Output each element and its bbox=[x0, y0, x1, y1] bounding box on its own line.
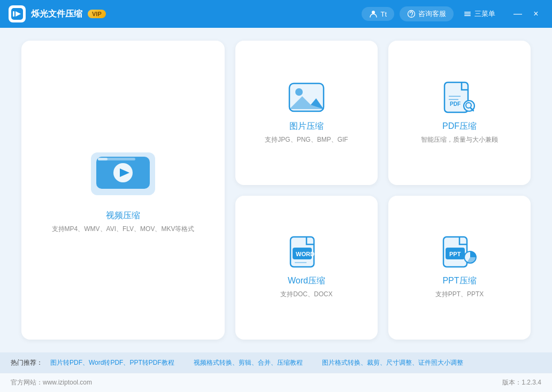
svg-rect-14 bbox=[98, 158, 108, 160]
word-icon: WORD bbox=[287, 236, 326, 268]
pdf-card-subtitle: 智能压缩，质量与大小兼顾 bbox=[421, 135, 498, 144]
main-content: 视频压缩 支持MP4、WMV、AVI、FLV、MOV、MKV等格式 图片压缩 支… bbox=[0, 28, 552, 352]
word-card-subtitle: 支持DOC、DOCX bbox=[280, 290, 332, 299]
menu-button[interactable]: 三菜单 bbox=[459, 6, 500, 21]
svg-text:WORD: WORD bbox=[296, 251, 315, 257]
app-name: 烁光文件压缩 bbox=[31, 9, 82, 20]
user-button[interactable]: Tt bbox=[362, 7, 394, 21]
svg-rect-2 bbox=[13, 11, 14, 17]
footer-version: 版本：1.2.3.4 bbox=[502, 378, 541, 387]
close-button[interactable]: × bbox=[528, 6, 543, 21]
titlebar-actions: Tt 咨询客服 三菜单 — × bbox=[362, 6, 543, 21]
footer: 官方网站：www.iziptool.com 版本：1.2.3.4 bbox=[0, 373, 552, 392]
cards-right: 图片压缩 支持JPG、PNG、BMP、GIF PDF bbox=[235, 41, 531, 340]
svg-point-3 bbox=[372, 11, 375, 14]
bottom-link-0[interactable]: 图片转PDF、Word转PDF、PPT转PDF教程 bbox=[50, 358, 174, 367]
cards-area: 视频压缩 支持MP4、WMV、AVI、FLV、MOV、MKV等格式 图片压缩 支… bbox=[21, 41, 531, 340]
svg-point-16 bbox=[295, 88, 303, 96]
svg-text:PPT: PPT bbox=[449, 251, 461, 257]
ppt-card-title: PPT压缩 bbox=[442, 275, 476, 287]
titlebar: 烁光文件压缩 VIP Tt 咨询客服 三菜单 bbox=[0, 0, 552, 28]
image-card-subtitle: 支持JPG、PNG、BMP、GIF bbox=[265, 135, 348, 144]
user-label: Tt bbox=[380, 10, 387, 18]
minimize-button[interactable]: — bbox=[510, 6, 525, 21]
image-icon bbox=[287, 81, 326, 113]
bottom-link-1[interactable]: 视频格式转换、剪辑、合并、压缩教程 bbox=[194, 358, 303, 367]
card-image[interactable]: 图片压缩 支持JPG、PNG、BMP、GIF bbox=[235, 41, 378, 185]
vip-badge: VIP bbox=[88, 10, 106, 18]
support-label: 咨询客服 bbox=[418, 9, 446, 19]
pdf-icon: PDF bbox=[441, 81, 478, 113]
video-card-subtitle: 支持MP4、WMV、AVI、FLV、MOV、MKV等格式 bbox=[52, 225, 195, 234]
svg-rect-7 bbox=[464, 13, 471, 14]
app-logo bbox=[9, 5, 26, 22]
svg-rect-6 bbox=[464, 12, 471, 13]
support-button[interactable]: 咨询客服 bbox=[400, 6, 454, 21]
card-video[interactable]: 视频压缩 支持MP4、WMV、AVI、FLV、MOV、MKV等格式 bbox=[21, 41, 225, 340]
svg-rect-8 bbox=[464, 16, 471, 17]
bottom-link-2[interactable]: 图片格式转换、裁剪、尺寸调整、证件照大小调整 bbox=[322, 358, 463, 367]
bottom-bar: 热门推荐： 图片转PDF、Word转PDF、PPT转PDF教程 视频格式转换、剪… bbox=[0, 352, 552, 373]
ppt-icon: PPT bbox=[440, 236, 479, 268]
pdf-card-title: PDF压缩 bbox=[442, 121, 477, 132]
window-controls: — × bbox=[510, 6, 543, 21]
video-card-title: 视频压缩 bbox=[106, 210, 140, 221]
card-pdf[interactable]: PDF PDF压缩 智能压缩，质量与大小兼顾 bbox=[388, 41, 531, 185]
svg-point-5 bbox=[411, 16, 411, 16]
svg-text:PDF: PDF bbox=[450, 101, 461, 107]
footer-website: 官方网站：www.iziptool.com bbox=[11, 378, 92, 387]
menu-label: 三菜单 bbox=[474, 9, 495, 19]
word-card-title: Word压缩 bbox=[288, 275, 325, 287]
image-card-title: 图片压缩 bbox=[289, 121, 324, 132]
hot-label: 热门推荐： bbox=[11, 358, 43, 367]
video-icon bbox=[88, 147, 158, 203]
card-word[interactable]: WORD Word压缩 支持DOC、DOCX bbox=[235, 196, 378, 340]
card-ppt[interactable]: PPT PPT压缩 支持PPT、PPTX bbox=[388, 196, 531, 340]
ppt-card-subtitle: 支持PPT、PPTX bbox=[435, 290, 484, 299]
